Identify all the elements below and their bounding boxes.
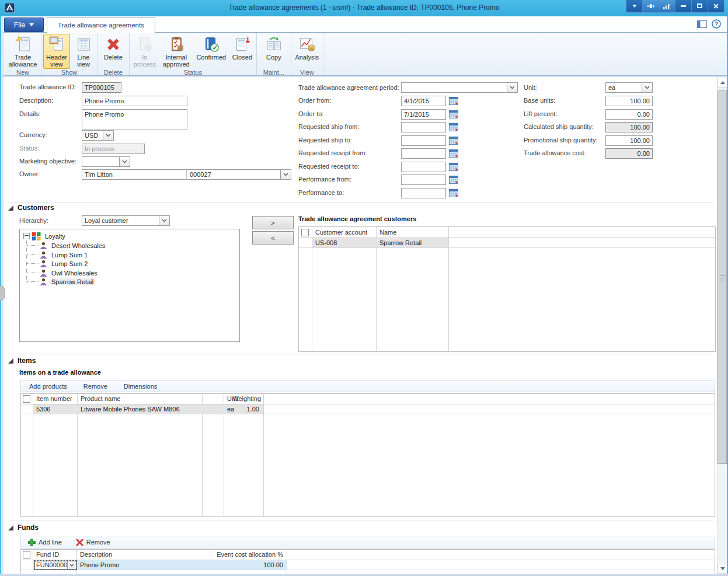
ribbon-button-confirmed[interactable]: Confirmed [194, 34, 228, 69]
section-divider [6, 354, 714, 354]
base-units-field[interactable]: 100.00 [605, 96, 653, 106]
promotional-ship-quantity-field[interactable]: 100.00 [605, 135, 653, 146]
tree-collapse-box[interactable] [23, 233, 30, 239]
tree-item[interactable]: Desert Wholesales [40, 241, 107, 250]
funds-collapse-icon[interactable] [8, 525, 13, 530]
period-select[interactable] [401, 82, 518, 93]
order-from-calendar-button[interactable] [449, 96, 459, 106]
tree-root-row[interactable]: Loyalty [23, 232, 67, 240]
order-from-field[interactable]: 4/1/2015 [401, 96, 446, 106]
order-to-field[interactable]: 7/1/2015 [401, 109, 446, 120]
lift-percent-label: Lift percent: [524, 110, 557, 117]
chevron-down-icon[interactable] [119, 157, 130, 166]
close-button[interactable] [708, 0, 724, 12]
chevron-down-icon[interactable] [507, 83, 517, 92]
dimensions-button[interactable]: Dimensions [116, 383, 165, 390]
column-header-weighting[interactable]: Weighting [21, 394, 261, 404]
chevron-down-icon[interactable] [159, 216, 169, 225]
requested-ship-to-field[interactable] [401, 135, 446, 146]
requested-ship-from-calendar-button[interactable] [449, 123, 459, 132]
add-line-button[interactable]: Add line [21, 539, 69, 546]
owner-select[interactable]: Tim Litton 000027 [82, 169, 291, 180]
weighting-cell[interactable]: 1.00 [21, 404, 259, 414]
select-all-checkbox[interactable] [301, 229, 309, 236]
maximize-button[interactable] [692, 0, 708, 12]
pin-button[interactable] [643, 0, 659, 12]
ribbon-button-header-view[interactable]: Header view [43, 34, 70, 69]
chevron-down-icon[interactable] [642, 83, 652, 92]
tab-trade-allowance-agreements[interactable]: Trade allowance agreements [47, 17, 155, 33]
file-menu-button[interactable]: File [4, 18, 44, 32]
requested-ship-to-calendar-button[interactable] [449, 136, 459, 145]
tree-item[interactable]: Lump Sum 1 [40, 250, 89, 259]
scroll-down-button[interactable] [717, 564, 727, 574]
ribbon-button-analysis[interactable]: Analysis [293, 34, 321, 69]
column-header-allocation[interactable]: Event cost allocation % [21, 550, 283, 560]
remove-fund-button[interactable]: Remove [69, 539, 117, 546]
performance-to-label: Performance to: [298, 189, 344, 196]
calendar-icon [449, 136, 458, 145]
hierarchy-select[interactable]: Loyal customer [82, 215, 170, 226]
lift-percent-field[interactable]: 0.00 [605, 109, 653, 120]
chevron-down-icon[interactable] [103, 131, 113, 140]
fund-allocation-cell[interactable]: 100.00 [21, 560, 283, 570]
connection-status-button[interactable] [659, 0, 675, 12]
ribbon-button-trade-allowance[interactable]: Trade allowance [6, 34, 39, 69]
unit-select[interactable]: ea [605, 82, 653, 93]
tree-item[interactable]: Lump Sum 2 [40, 259, 89, 268]
column-header-customer-account[interactable]: Customer account [315, 228, 367, 238]
requested-receipt-to-field[interactable] [401, 162, 446, 172]
vertical-scrollbar[interactable] [717, 78, 727, 574]
performance-to-field[interactable] [401, 188, 446, 198]
tree-item[interactable]: Owl Wholesales [40, 268, 99, 277]
section-divider [6, 202, 714, 203]
row-divider [21, 414, 715, 414]
requested-receipt-from-calendar-button[interactable] [449, 149, 459, 158]
help-button[interactable]: ? [712, 19, 721, 30]
details-field[interactable]: Phone Promo [82, 109, 187, 130]
ribbon-button-closed[interactable]: Closed [230, 34, 255, 69]
performance-from-field[interactable] [401, 174, 446, 185]
move-right-button[interactable]: > [252, 216, 294, 229]
unit-value: ea [608, 84, 615, 91]
marketing-objective-select[interactable] [82, 156, 130, 167]
scroll-up-button[interactable] [717, 78, 727, 88]
ribbon: Trade allowance New Header view Line vie… [1, 33, 727, 76]
remove-label: Remove [86, 539, 110, 546]
hierarchy-value: Loyal customer [85, 217, 128, 224]
requested-receipt-to-calendar-button[interactable] [449, 162, 459, 172]
customers-collapse-icon[interactable] [8, 205, 13, 211]
column-header-name[interactable]: Name [379, 228, 396, 238]
internal-approved-icon [168, 36, 185, 53]
window-menu-button[interactable] [626, 0, 643, 12]
calendar-icon [449, 175, 458, 184]
customers-section-title: Customers [18, 204, 54, 212]
ribbon-button-delete[interactable]: Delete [101, 34, 126, 69]
add-products-button[interactable]: Add products [21, 383, 75, 390]
customer-name-cell[interactable]: Sparrow Retail [379, 238, 422, 247]
layout-button[interactable] [697, 20, 707, 29]
requested-ship-from-field[interactable] [401, 122, 446, 132]
minimize-button[interactable] [675, 0, 692, 12]
move-left-button[interactable]: < [252, 231, 294, 245]
customer-account-cell[interactable]: US-008 [315, 238, 337, 247]
title-bar: Trade allowance agreements (1 - usmf) - … [0, 0, 728, 16]
trade-allowance-id-field[interactable]: TP000105 [82, 82, 121, 93]
ribbon-group-new: Trade allowance New [5, 33, 41, 75]
tree-item-selected[interactable]: Sparrow Retail [40, 277, 95, 286]
scrollbar-thumb[interactable] [717, 90, 727, 464]
performance-to-calendar-button[interactable] [449, 188, 459, 198]
ribbon-button-line-view[interactable]: Line view [72, 34, 95, 69]
description-field[interactable]: Phone Promo [82, 96, 187, 106]
requested-receipt-from-field[interactable] [401, 148, 446, 159]
order-to-calendar-button[interactable] [449, 110, 459, 119]
chevron-down-icon[interactable] [280, 170, 291, 179]
tree-item-label: Lump Sum 2 [50, 260, 89, 267]
items-subtitle: Items on a trade allowance [19, 369, 101, 376]
ribbon-button-internal-approved[interactable]: Internal approved [160, 34, 193, 69]
remove-items-button[interactable]: Remove [75, 383, 116, 390]
currency-select[interactable]: USD [82, 130, 114, 141]
ribbon-button-copy[interactable]: Copy [262, 34, 286, 69]
performance-from-calendar-button[interactable] [449, 175, 459, 184]
items-collapse-icon[interactable] [8, 358, 13, 364]
